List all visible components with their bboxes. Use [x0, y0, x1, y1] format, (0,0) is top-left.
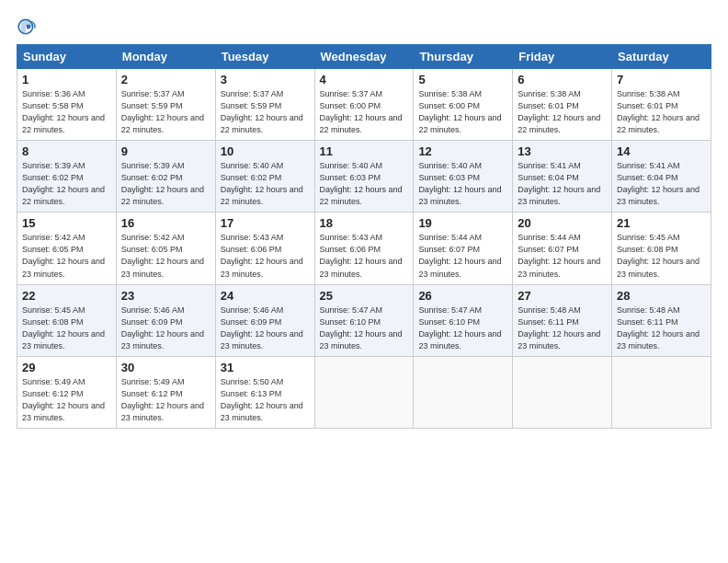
day-number: 10 [221, 144, 310, 158]
day-number: 29 [22, 361, 111, 374]
table-row: 9 Sunrise: 5:39 AMSunset: 6:02 PMDayligh… [116, 141, 215, 213]
table-row: 23 Sunrise: 5:46 AMSunset: 6:09 PMDaylig… [116, 284, 215, 356]
day-info: Sunrise: 5:41 AMSunset: 6:04 PMDaylight:… [518, 161, 600, 206]
table-row: 2 Sunrise: 5:37 AMSunset: 5:59 PMDayligh… [116, 69, 215, 141]
day-number: 11 [320, 144, 409, 158]
day-info: Sunrise: 5:42 AMSunset: 6:05 PMDaylight:… [121, 233, 204, 278]
day-number: 26 [418, 289, 507, 303]
day-number: 17 [221, 216, 310, 230]
table-row: 16 Sunrise: 5:42 AMSunset: 6:05 PMDaylig… [116, 213, 215, 284]
table-row: 13 Sunrise: 5:41 AMSunset: 6:04 PMDaylig… [513, 141, 612, 213]
table-row: 3 Sunrise: 5:37 AMSunset: 5:59 PMDayligh… [215, 69, 314, 141]
day-info: Sunrise: 5:42 AMSunset: 6:05 PMDaylight:… [22, 233, 105, 278]
day-info: Sunrise: 5:36 AMSunset: 5:58 PMDaylight:… [22, 89, 105, 134]
day-number: 4 [320, 73, 409, 86]
day-info: Sunrise: 5:48 AMSunset: 6:11 PMDaylight:… [518, 305, 600, 350]
table-row: 10 Sunrise: 5:40 AMSunset: 6:02 PMDaylig… [215, 141, 314, 213]
day-info: Sunrise: 5:40 AMSunset: 6:03 PMDaylight:… [320, 161, 403, 206]
day-info: Sunrise: 5:48 AMSunset: 6:11 PMDaylight:… [617, 305, 700, 350]
day-number: 1 [22, 73, 111, 86]
day-number: 27 [518, 289, 607, 303]
table-row: 15 Sunrise: 5:42 AMSunset: 6:05 PMDaylig… [17, 213, 117, 284]
day-number: 6 [518, 73, 607, 86]
day-info: Sunrise: 5:45 AMSunset: 6:08 PMDaylight:… [22, 305, 105, 350]
table-row: 12 Sunrise: 5:40 AMSunset: 6:03 PMDaylig… [414, 141, 513, 213]
day-number: 18 [320, 216, 409, 230]
table-row: 6 Sunrise: 5:38 AMSunset: 6:01 PMDayligh… [513, 69, 612, 141]
day-info: Sunrise: 5:40 AMSunset: 6:02 PMDaylight:… [221, 161, 303, 206]
header-row: Sunday Monday Tuesday Wednesday Thursday… [17, 45, 711, 69]
day-info: Sunrise: 5:47 AMSunset: 6:10 PMDaylight:… [418, 305, 501, 350]
day-number: 21 [617, 216, 706, 230]
table-row: 17 Sunrise: 5:43 AMSunset: 6:06 PMDaylig… [215, 213, 314, 284]
table-row: 29 Sunrise: 5:49 AMSunset: 6:12 PMDaylig… [17, 356, 117, 428]
table-row: 30 Sunrise: 5:49 AMSunset: 6:12 PMDaylig… [116, 356, 215, 428]
th-wednesday: Wednesday [314, 45, 414, 69]
day-info: Sunrise: 5:46 AMSunset: 6:09 PMDaylight:… [221, 305, 303, 350]
table-row [513, 356, 612, 428]
table-row: 18 Sunrise: 5:43 AMSunset: 6:06 PMDaylig… [314, 213, 414, 284]
day-number: 23 [121, 289, 210, 303]
day-number: 30 [121, 361, 210, 374]
day-number: 5 [418, 73, 507, 86]
day-number: 9 [121, 144, 210, 158]
table-row: 19 Sunrise: 5:44 AMSunset: 6:07 PMDaylig… [414, 213, 513, 284]
table-row: 21 Sunrise: 5:45 AMSunset: 6:08 PMDaylig… [612, 213, 711, 284]
day-number: 31 [221, 361, 310, 374]
logo [17, 17, 39, 37]
table-row: 26 Sunrise: 5:47 AMSunset: 6:10 PMDaylig… [414, 284, 513, 356]
day-info: Sunrise: 5:50 AMSunset: 6:13 PMDaylight:… [221, 377, 303, 422]
day-info: Sunrise: 5:37 AMSunset: 6:00 PMDaylight:… [320, 89, 403, 134]
day-info: Sunrise: 5:37 AMSunset: 5:59 PMDaylight:… [121, 89, 204, 134]
day-number: 15 [22, 216, 111, 230]
day-info: Sunrise: 5:41 AMSunset: 6:04 PMDaylight:… [617, 161, 700, 206]
day-info: Sunrise: 5:44 AMSunset: 6:07 PMDaylight:… [518, 233, 600, 278]
header [17, 17, 711, 37]
table-row: 1 Sunrise: 5:36 AMSunset: 5:58 PMDayligh… [17, 69, 117, 141]
day-info: Sunrise: 5:43 AMSunset: 6:06 PMDaylight:… [221, 233, 303, 278]
day-number: 24 [221, 289, 310, 303]
day-info: Sunrise: 5:49 AMSunset: 6:12 PMDaylight:… [121, 377, 204, 422]
day-info: Sunrise: 5:38 AMSunset: 6:00 PMDaylight:… [418, 89, 501, 134]
table-row: 7 Sunrise: 5:38 AMSunset: 6:01 PMDayligh… [612, 69, 711, 141]
day-number: 20 [518, 216, 607, 230]
table-row: 20 Sunrise: 5:44 AMSunset: 6:07 PMDaylig… [513, 213, 612, 284]
day-number: 14 [617, 144, 706, 158]
day-info: Sunrise: 5:38 AMSunset: 6:01 PMDaylight:… [617, 89, 700, 134]
th-saturday: Saturday [612, 45, 711, 69]
calendar-table: Sunday Monday Tuesday Wednesday Thursday… [17, 44, 711, 429]
day-info: Sunrise: 5:45 AMSunset: 6:08 PMDaylight:… [617, 233, 700, 278]
day-info: Sunrise: 5:44 AMSunset: 6:07 PMDaylight:… [418, 233, 501, 278]
day-number: 13 [518, 144, 607, 158]
page: Sunday Monday Tuesday Wednesday Thursday… [0, 0, 728, 563]
table-row: 31 Sunrise: 5:50 AMSunset: 6:13 PMDaylig… [215, 356, 314, 428]
day-number: 28 [617, 289, 706, 303]
day-info: Sunrise: 5:43 AMSunset: 6:06 PMDaylight:… [320, 233, 403, 278]
table-row: 14 Sunrise: 5:41 AMSunset: 6:04 PMDaylig… [612, 141, 711, 213]
table-row: 11 Sunrise: 5:40 AMSunset: 6:03 PMDaylig… [314, 141, 414, 213]
table-row: 24 Sunrise: 5:46 AMSunset: 6:09 PMDaylig… [215, 284, 314, 356]
table-row: 8 Sunrise: 5:39 AMSunset: 6:02 PMDayligh… [17, 141, 117, 213]
day-info: Sunrise: 5:49 AMSunset: 6:12 PMDaylight:… [22, 377, 105, 422]
table-row: 28 Sunrise: 5:48 AMSunset: 6:11 PMDaylig… [612, 284, 711, 356]
day-number: 22 [22, 289, 111, 303]
day-info: Sunrise: 5:40 AMSunset: 6:03 PMDaylight:… [418, 161, 501, 206]
th-friday: Friday [513, 45, 612, 69]
day-number: 2 [121, 73, 210, 86]
day-number: 3 [221, 73, 310, 86]
day-number: 7 [617, 73, 706, 86]
day-number: 19 [418, 216, 507, 230]
table-row: 22 Sunrise: 5:45 AMSunset: 6:08 PMDaylig… [17, 284, 117, 356]
day-number: 25 [320, 289, 409, 303]
table-row: 5 Sunrise: 5:38 AMSunset: 6:00 PMDayligh… [414, 69, 513, 141]
day-info: Sunrise: 5:47 AMSunset: 6:10 PMDaylight:… [320, 305, 403, 350]
day-info: Sunrise: 5:38 AMSunset: 6:01 PMDaylight:… [518, 89, 600, 134]
th-sunday: Sunday [17, 45, 117, 69]
table-row [612, 356, 711, 428]
th-thursday: Thursday [414, 45, 513, 69]
day-info: Sunrise: 5:39 AMSunset: 6:02 PMDaylight:… [121, 161, 204, 206]
table-row [314, 356, 414, 428]
table-row: 4 Sunrise: 5:37 AMSunset: 6:00 PMDayligh… [314, 69, 414, 141]
generalblue-logo-icon [17, 17, 37, 37]
day-info: Sunrise: 5:46 AMSunset: 6:09 PMDaylight:… [121, 305, 204, 350]
